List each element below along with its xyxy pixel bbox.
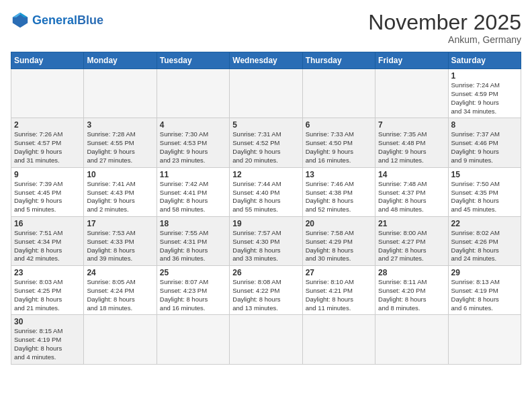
day-info: Sunrise: 7:46 AM Sunset: 4:38 PM Dayligh… xyxy=(306,180,372,214)
day-info: Sunrise: 7:37 AM Sunset: 4:46 PM Dayligh… xyxy=(451,130,518,165)
day-info: Sunrise: 8:02 AM Sunset: 4:26 PM Dayligh… xyxy=(451,229,518,263)
col-sunday: Sunday xyxy=(11,52,84,69)
col-monday: Monday xyxy=(84,52,157,69)
calendar-cell: 19Sunrise: 7:57 AM Sunset: 4:30 PM Dayli… xyxy=(230,216,302,265)
day-number: 6 xyxy=(306,120,372,130)
calendar: Sunday Monday Tuesday Wednesday Thursday… xyxy=(11,52,521,365)
day-info: Sunrise: 7:51 AM Sunset: 4:34 PM Dayligh… xyxy=(14,229,81,263)
calendar-cell xyxy=(157,315,229,364)
calendar-cell: 16Sunrise: 7:51 AM Sunset: 4:34 PM Dayli… xyxy=(11,216,84,265)
calendar-cell: 27Sunrise: 8:10 AM Sunset: 4:21 PM Dayli… xyxy=(302,266,375,315)
col-tuesday: Tuesday xyxy=(157,52,229,69)
day-number: 5 xyxy=(232,120,299,130)
day-info: Sunrise: 7:26 AM Sunset: 4:57 PM Dayligh… xyxy=(14,130,81,165)
day-info: Sunrise: 7:41 AM Sunset: 4:43 PM Dayligh… xyxy=(87,180,153,214)
day-info: Sunrise: 7:31 AM Sunset: 4:52 PM Dayligh… xyxy=(232,130,299,165)
calendar-cell: 18Sunrise: 7:55 AM Sunset: 4:31 PM Dayli… xyxy=(157,216,229,265)
calendar-cell xyxy=(230,69,302,118)
month-title: November 2025 xyxy=(368,11,521,34)
calendar-cell xyxy=(375,315,448,364)
calendar-header-row: Sunday Monday Tuesday Wednesday Thursday… xyxy=(11,52,521,69)
calendar-week-row: 30Sunrise: 8:15 AM Sunset: 4:19 PM Dayli… xyxy=(11,315,521,364)
day-info: Sunrise: 7:35 AM Sunset: 4:48 PM Dayligh… xyxy=(378,130,445,165)
day-info: Sunrise: 8:07 AM Sunset: 4:23 PM Dayligh… xyxy=(160,278,226,312)
day-number: 15 xyxy=(451,170,518,179)
calendar-cell: 24Sunrise: 8:05 AM Sunset: 4:24 PM Dayli… xyxy=(84,266,157,315)
day-number: 20 xyxy=(306,219,372,228)
logo-blue: Blue xyxy=(77,13,103,27)
day-info: Sunrise: 7:30 AM Sunset: 4:53 PM Dayligh… xyxy=(160,130,226,165)
calendar-cell: 17Sunrise: 7:53 AM Sunset: 4:33 PM Dayli… xyxy=(84,216,157,265)
day-info: Sunrise: 7:53 AM Sunset: 4:33 PM Dayligh… xyxy=(87,229,153,263)
day-number: 28 xyxy=(378,268,445,277)
calendar-cell: 12Sunrise: 7:44 AM Sunset: 4:40 PM Dayli… xyxy=(230,167,302,216)
logo: GeneralBlue xyxy=(11,11,103,30)
day-number: 2 xyxy=(14,120,81,130)
calendar-cell: 25Sunrise: 8:07 AM Sunset: 4:23 PM Dayli… xyxy=(157,266,229,315)
day-number: 27 xyxy=(306,268,372,277)
day-info: Sunrise: 8:13 AM Sunset: 4:19 PM Dayligh… xyxy=(451,278,518,312)
title-area: November 2025 Ankum, Germany xyxy=(368,11,521,45)
calendar-cell: 8Sunrise: 7:37 AM Sunset: 4:46 PM Daylig… xyxy=(448,118,521,167)
day-number: 24 xyxy=(87,268,153,277)
day-info: Sunrise: 8:05 AM Sunset: 4:24 PM Dayligh… xyxy=(87,278,153,312)
calendar-cell xyxy=(302,315,375,364)
day-number: 30 xyxy=(14,317,81,326)
calendar-week-row: 16Sunrise: 7:51 AM Sunset: 4:34 PM Dayli… xyxy=(11,216,521,265)
day-number: 10 xyxy=(87,170,153,179)
day-info: Sunrise: 7:58 AM Sunset: 4:29 PM Dayligh… xyxy=(306,229,372,263)
calendar-week-row: 1Sunrise: 7:24 AM Sunset: 4:59 PM Daylig… xyxy=(11,69,521,118)
day-number: 14 xyxy=(378,170,445,179)
calendar-cell: 30Sunrise: 8:15 AM Sunset: 4:19 PM Dayli… xyxy=(11,315,84,364)
day-info: Sunrise: 7:48 AM Sunset: 4:37 PM Dayligh… xyxy=(378,180,445,214)
calendar-week-row: 23Sunrise: 8:03 AM Sunset: 4:25 PM Dayli… xyxy=(11,266,521,315)
calendar-week-row: 9Sunrise: 7:39 AM Sunset: 4:45 PM Daylig… xyxy=(11,167,521,216)
day-number: 1 xyxy=(451,71,518,81)
col-friday: Friday xyxy=(375,52,448,69)
calendar-cell: 13Sunrise: 7:46 AM Sunset: 4:38 PM Dayli… xyxy=(302,167,375,216)
calendar-cell: 1Sunrise: 7:24 AM Sunset: 4:59 PM Daylig… xyxy=(448,69,521,118)
calendar-cell: 14Sunrise: 7:48 AM Sunset: 4:37 PM Dayli… xyxy=(375,167,448,216)
day-info: Sunrise: 8:10 AM Sunset: 4:21 PM Dayligh… xyxy=(306,278,372,312)
day-number: 13 xyxy=(306,170,372,179)
day-number: 23 xyxy=(14,268,81,277)
calendar-cell: 11Sunrise: 7:42 AM Sunset: 4:41 PM Dayli… xyxy=(157,167,229,216)
day-number: 12 xyxy=(232,170,299,179)
day-info: Sunrise: 7:42 AM Sunset: 4:41 PM Dayligh… xyxy=(160,180,226,214)
day-number: 11 xyxy=(160,170,226,179)
calendar-cell: 21Sunrise: 8:00 AM Sunset: 4:27 PM Dayli… xyxy=(375,216,448,265)
calendar-cell: 4Sunrise: 7:30 AM Sunset: 4:53 PM Daylig… xyxy=(157,118,229,167)
calendar-cell: 5Sunrise: 7:31 AM Sunset: 4:52 PM Daylig… xyxy=(230,118,302,167)
day-info: Sunrise: 7:39 AM Sunset: 4:45 PM Dayligh… xyxy=(14,180,81,214)
day-number: 29 xyxy=(451,268,518,277)
day-info: Sunrise: 8:11 AM Sunset: 4:20 PM Dayligh… xyxy=(378,278,445,312)
calendar-cell: 3Sunrise: 7:28 AM Sunset: 4:55 PM Daylig… xyxy=(84,118,157,167)
day-number: 3 xyxy=(87,120,153,130)
day-info: Sunrise: 7:44 AM Sunset: 4:40 PM Dayligh… xyxy=(232,180,299,214)
location: Ankum, Germany xyxy=(368,34,521,45)
day-number: 21 xyxy=(378,219,445,228)
calendar-cell xyxy=(157,69,229,118)
header: GeneralBlue November 2025 Ankum, Germany xyxy=(11,11,521,45)
day-number: 22 xyxy=(451,219,518,228)
logo-general: General xyxy=(32,13,77,27)
day-number: 7 xyxy=(378,120,445,130)
col-thursday: Thursday xyxy=(302,52,375,69)
calendar-cell: 28Sunrise: 8:11 AM Sunset: 4:20 PM Dayli… xyxy=(375,266,448,315)
page: GeneralBlue November 2025 Ankum, Germany… xyxy=(0,0,532,411)
day-info: Sunrise: 7:50 AM Sunset: 4:35 PM Dayligh… xyxy=(451,180,518,214)
calendar-week-row: 2Sunrise: 7:26 AM Sunset: 4:57 PM Daylig… xyxy=(11,118,521,167)
day-info: Sunrise: 8:00 AM Sunset: 4:27 PM Dayligh… xyxy=(378,229,445,263)
day-number: 26 xyxy=(232,268,299,277)
calendar-cell: 26Sunrise: 8:08 AM Sunset: 4:22 PM Dayli… xyxy=(230,266,302,315)
calendar-cell: 22Sunrise: 8:02 AM Sunset: 4:26 PM Dayli… xyxy=(448,216,521,265)
calendar-cell xyxy=(448,315,521,364)
calendar-cell: 6Sunrise: 7:33 AM Sunset: 4:50 PM Daylig… xyxy=(302,118,375,167)
day-info: Sunrise: 7:55 AM Sunset: 4:31 PM Dayligh… xyxy=(160,229,226,263)
day-number: 4 xyxy=(160,120,226,130)
calendar-cell xyxy=(375,69,448,118)
col-saturday: Saturday xyxy=(448,52,521,69)
day-info: Sunrise: 8:08 AM Sunset: 4:22 PM Dayligh… xyxy=(232,278,299,312)
calendar-cell xyxy=(84,315,157,364)
svg-marker-0 xyxy=(13,13,28,28)
